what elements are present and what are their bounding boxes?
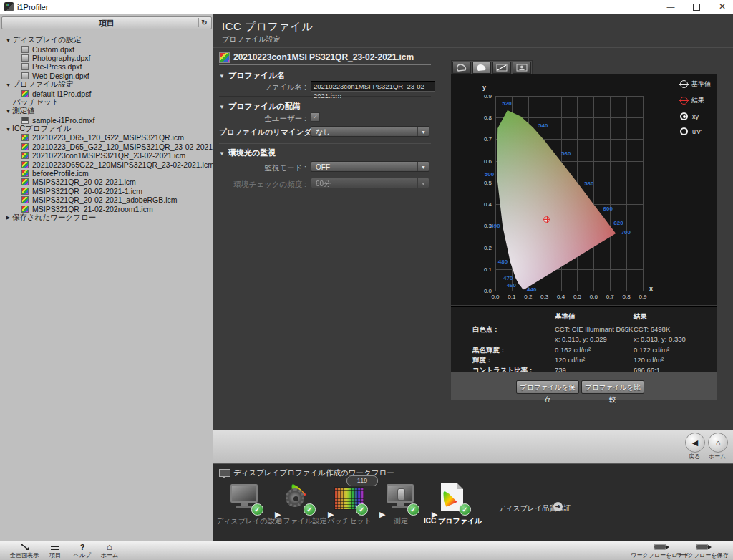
minimize-button[interactable]: — <box>659 0 683 14</box>
tree-item[interactable]: 20210223_D65_G22_120_MSIPS321QR_23-02-20… <box>0 143 213 151</box>
tree-item[interactable]: sample-i1Pro.dmxf <box>0 116 213 125</box>
y-tick-label: 0.5 <box>484 179 492 185</box>
radio-xy-icon[interactable] <box>680 112 688 120</box>
home-button[interactable]: ⌂ <box>708 433 728 453</box>
profile-actions-strip: プロファイルを保存 プロファイルを比較 <box>451 372 717 400</box>
reminder-dropdown[interactable]: なし ▼ <box>311 126 429 137</box>
tree-item-label: 20210223con1MSIPS321QR_23-02-2021.icm <box>32 151 185 160</box>
tree-group[interactable]: ▶保存されたワークフロー <box>0 213 213 222</box>
add-validation-icon[interactable]: ➜ <box>553 502 563 511</box>
tree-item[interactable]: default-i1Pro.dpsf <box>0 89 213 97</box>
tree-item[interactable]: MSIPS321QR_20-02-2021_adobeRGB.icm <box>0 195 213 204</box>
home-toolbar-label: ホーム <box>97 551 122 559</box>
tree-expand-icon[interactable]: ▶ <box>4 215 12 221</box>
result-marker-icon <box>680 97 688 105</box>
workflow-step-measure[interactable]: ✓ 測定 <box>372 481 429 526</box>
monitor-mode-dropdown[interactable]: OFF ▼ <box>311 161 429 172</box>
section-profile-deploy[interactable]: ▼プロファイルの配備 <box>219 101 301 112</box>
wavelength-label: 540 <box>538 122 548 128</box>
dpxf-file-icon <box>21 54 29 62</box>
chart-legend: 基準値 結果 xy u'v' <box>680 79 716 143</box>
x-tick-label: 0.1 <box>508 294 515 300</box>
icm-file-icon <box>21 170 29 177</box>
tree-group[interactable]: ▼ディスプレイの設定 <box>0 36 213 44</box>
tree-item[interactable]: Web Design.dpxf <box>0 72 213 80</box>
wavelength-label: 500 <box>485 170 494 177</box>
close-button[interactable]: ✕ <box>710 0 733 14</box>
tree-group[interactable]: ▼プロファイル設定 <box>0 80 213 89</box>
tree-item-label: 測定値 <box>12 107 35 115</box>
tree-item[interactable]: パッチセット <box>0 98 213 107</box>
help-button[interactable]: ? ヘルプ <box>70 542 94 559</box>
tree-expand-icon[interactable]: ▼ <box>4 109 12 114</box>
dpxf-file-icon <box>21 72 29 79</box>
x-axis-title: x <box>649 285 653 292</box>
gamut-outline-view-button[interactable] <box>452 62 471 74</box>
section-profile-name[interactable]: ▼プロファイル名 <box>219 70 284 81</box>
tree-item-label: Web Design.dpxf <box>32 72 89 80</box>
all-users-checkbox[interactable]: ✓ <box>311 112 320 122</box>
workflow-step-patch-set[interactable]: ✓ パッチセット <box>321 481 378 526</box>
tone-curve-view-button[interactable] <box>492 62 511 74</box>
home-toolbar-button[interactable]: ⌂ ホーム <box>97 542 122 559</box>
workflow-step-display-settings[interactable]: ✓ ディスプレイの設定 <box>216 481 273 526</box>
radio-uv[interactable]: u'v' <box>680 127 716 135</box>
tree-expand-icon[interactable]: ▼ <box>4 38 12 43</box>
fullscreen-button[interactable]: 全画面表示 <box>6 542 43 559</box>
tree-expand-icon[interactable]: ▼ <box>4 127 12 132</box>
radio-xy[interactable]: xy <box>680 112 716 120</box>
tree-item[interactable]: 20210223D65G22_120MSIPS321QR_23-02-2021.… <box>0 160 213 168</box>
wavelength-label: 460 <box>507 281 516 288</box>
white-point-marker <box>543 216 550 223</box>
tree-item[interactable]: Custom.dpxf <box>0 44 213 53</box>
tree-group[interactable]: ▼測定値 <box>0 107 213 115</box>
file-name-input[interactable]: 20210223con1MSI PS321QR_23-02-2021.icm <box>311 81 435 92</box>
collapse-icon[interactable]: ▼ <box>219 104 225 110</box>
wavelength-label: 490 <box>490 223 500 229</box>
y-axis-title: y <box>482 84 486 91</box>
back-button[interactable]: ◀ <box>685 433 705 453</box>
tree-item[interactable]: beforeProfile.icm <box>0 169 213 178</box>
tree-item-label: プロファイル設定 <box>12 80 73 89</box>
wavelength-label: 470 <box>503 274 513 281</box>
step-complete-icon: ✓ <box>251 503 263 516</box>
workflow-step-profile-settings[interactable]: ✓ プロファイル設定 <box>268 481 326 526</box>
save-workflow-button[interactable]: ワークフローを保存 <box>671 542 733 559</box>
white-point-table: 基準値 結果 白色点 : CCT: CIE Illuminant D65K CC… <box>451 306 717 372</box>
icm-file-icon <box>21 134 29 141</box>
tree-item[interactable]: Photography.dpxf <box>0 54 213 62</box>
gamut-filled-view-button[interactable] <box>472 62 491 74</box>
tree-item[interactable]: 20210223con1MSIPS321QR_23-02-2021.icm <box>0 151 213 160</box>
sidebar: 項目 ↻ ▼ディスプレイの設定Custom.dpxfPhotography.dp… <box>0 14 214 541</box>
chromaticity-chart-panel: 0.00.10.20.30.40.50.60.70.80.90.00.10.20… <box>451 74 717 305</box>
workflow-step-label: ICC プロファイル <box>424 516 481 526</box>
reference-marker-icon <box>680 80 688 88</box>
section-ambient-light[interactable]: ▼環境光の監視 <box>219 148 276 158</box>
refresh-icon[interactable]: ↻ <box>198 18 210 27</box>
wavelength-label: 600 <box>603 206 612 212</box>
collapse-icon[interactable]: ▼ <box>219 150 225 157</box>
x-tick-label: 0.0 <box>491 294 499 300</box>
workflow-step-label: ディスプレイの設定 <box>216 516 273 526</box>
header-divider <box>213 47 733 48</box>
tree-item[interactable]: 20210223_D65_120_G22_MSIPS321QR.icm <box>0 133 213 142</box>
compare-profile-button[interactable]: プロファイルを比較 <box>581 380 644 394</box>
tree-item[interactable]: MSIPS321QR_20-02-2021-1.icm <box>0 187 213 195</box>
save-profile-button[interactable]: プロファイルを保存 <box>516 380 579 394</box>
dpxf-file-icon <box>21 46 29 53</box>
help-label: ヘルプ <box>70 551 94 559</box>
image-preview-view-button[interactable] <box>513 62 531 74</box>
maximize-button[interactable] <box>684 0 709 14</box>
collapse-icon[interactable]: ▼ <box>219 73 225 79</box>
radio-uv-icon[interactable] <box>680 127 688 135</box>
tree-item[interactable]: MSIPS321QR_21-02-202room1.icm <box>0 204 213 213</box>
items-button[interactable]: 項目 <box>44 542 66 559</box>
tree-item[interactable]: Pre-Press.dpxf <box>0 62 213 71</box>
tree-expand-icon[interactable]: ▼ <box>4 82 12 87</box>
tree-item[interactable]: MSIPS321QR_20-02-2021.icm <box>0 178 213 186</box>
section-title: プロファイル名 <box>228 71 285 79</box>
workflow-step-icc-profile[interactable]: ✓ ICC プロファイル <box>424 481 481 526</box>
tree-group[interactable]: ▼ICCプロファイル <box>0 125 213 133</box>
check-frequency-label: 環境チェックの頻度 : <box>219 180 306 190</box>
i1profiler-window: i1Profiler — ✕ 項目 ↻ ▼ディスプレイの設定Custom.dpx… <box>0 0 733 560</box>
